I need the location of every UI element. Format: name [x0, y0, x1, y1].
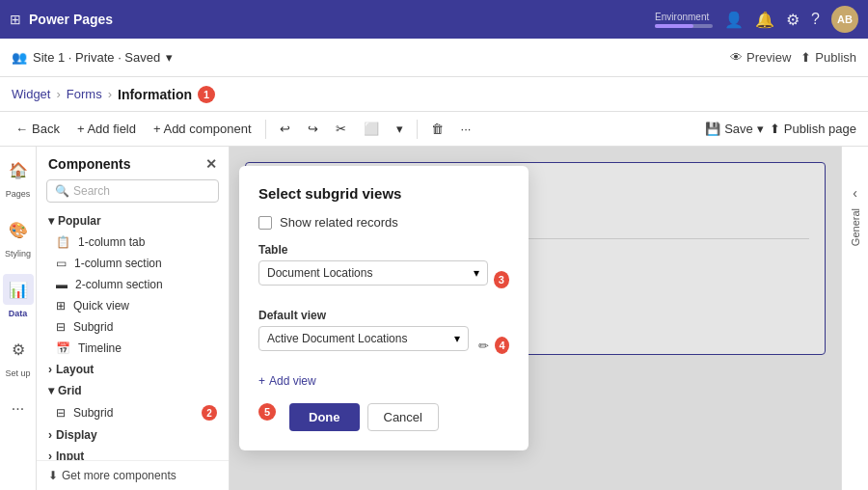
chevron-down-icon[interactable]: ▾	[166, 50, 173, 65]
grid-section-header[interactable]: ▾ Grid	[37, 380, 229, 401]
chevron-down-default-view: ▾	[454, 332, 460, 345]
item-label: Subgrid	[73, 320, 113, 334]
chevron-down-grid: ▾	[48, 384, 54, 397]
cut-button[interactable]: ✂	[332, 120, 350, 138]
environment-info: Environment	[655, 12, 713, 28]
list-item[interactable]: 📋 1-column tab	[37, 231, 229, 253]
add-view-button[interactable]: + Add view	[258, 374, 509, 388]
components-panel: Components ✕ 🔍 Search ▾ Popular 📋 1-colu…	[37, 147, 230, 490]
list-item[interactable]: ▭ 1-column section	[37, 253, 229, 274]
section-1col-icon: ▭	[56, 257, 67, 270]
main-layout: 🏠 Pages 🎨 Styling 📊 Data ⚙ Set up ··· Co…	[0, 147, 868, 490]
breadcrumb-widget[interactable]: Widget	[12, 87, 50, 101]
table-row-container: Document Locations ▾ 3	[258, 260, 509, 299]
popular-section-header[interactable]: ▾ Popular	[37, 210, 229, 231]
publish-page-button[interactable]: ⬆ Publish page	[770, 122, 856, 136]
input-label: Input	[56, 449, 84, 460]
add-component-label: + Add component	[153, 122, 252, 136]
copy-button[interactable]: ⬜	[360, 120, 383, 138]
preview-label: Preview	[746, 50, 791, 65]
input-section-header[interactable]: › Input	[37, 446, 229, 460]
sidebar-data-icon[interactable]: 📊	[3, 274, 34, 305]
done-button[interactable]: Done	[289, 403, 360, 431]
delete-button[interactable]: 🗑	[427, 120, 448, 138]
save-label: Save	[724, 122, 753, 136]
show-related-checkbox[interactable]	[258, 216, 272, 230]
avatar[interactable]: AB	[831, 6, 858, 33]
item-label: 1-column tab	[78, 235, 145, 249]
notification-icon[interactable]: 🔔	[755, 11, 774, 29]
chevron-down-toolbar[interactable]: ▾	[393, 120, 407, 138]
default-view-select[interactable]: Active Document Locations ▾	[258, 326, 469, 351]
publish-button[interactable]: ⬆ Publish	[800, 50, 856, 65]
list-item[interactable]: ⊞ Quick view	[37, 295, 229, 316]
toolbar-divider-2	[417, 120, 418, 139]
download-icon: ⬇	[48, 469, 58, 482]
preview-button[interactable]: 👁 Preview	[730, 50, 791, 65]
display-label: Display	[56, 428, 97, 442]
panel-content: ▾ Popular 📋 1-column tab ▭ 1-column sect…	[37, 210, 229, 460]
person-icon[interactable]: 👤	[724, 11, 744, 29]
panel-close-icon[interactable]: ✕	[205, 156, 217, 172]
add-field-button[interactable]: + Add field	[73, 120, 140, 138]
get-more-components-button[interactable]: ⬇ Get more components	[37, 460, 229, 490]
list-item[interactable]: ⊟ Subgrid 2	[37, 401, 229, 424]
display-section-header[interactable]: › Display	[37, 424, 229, 446]
modal-footer: 5 Done Cancel	[258, 403, 509, 431]
back-label: Back	[32, 122, 60, 136]
breadcrumb-current: Information	[118, 87, 192, 102]
settings-icon[interactable]: ⚙	[786, 11, 800, 29]
popular-label: Popular	[58, 214, 101, 228]
toolbar-divider-1	[265, 120, 266, 139]
delete-icon: 🗑	[431, 122, 444, 136]
grid-badge: 2	[202, 405, 217, 421]
app-title: Power Pages	[29, 12, 655, 27]
edit-icon[interactable]: ✏	[478, 339, 489, 353]
save-button[interactable]: 💾 Save ▾	[705, 122, 764, 136]
right-panel: ‹ General	[841, 147, 868, 490]
publish-icon: ⬆	[770, 122, 780, 136]
publish-label: Publish	[815, 50, 856, 65]
back-button[interactable]: ← Back	[12, 120, 64, 138]
site-info: Site 1 · Private · Saved	[33, 50, 160, 65]
list-item[interactable]: ⊟ Subgrid	[37, 316, 229, 338]
layout-section-header[interactable]: › Layout	[37, 359, 229, 380]
add-field-label: + Add field	[77, 122, 136, 136]
default-view-label: Default view	[258, 309, 509, 322]
undo-icon: ↩	[280, 122, 290, 136]
person-site-icon: 👥	[12, 50, 27, 65]
save-chevron[interactable]: ▾	[757, 122, 764, 136]
copy-icon: ⬜	[364, 122, 379, 136]
modal-title: Select subgrid views	[258, 185, 509, 202]
undo-button[interactable]: ↩	[276, 120, 294, 138]
redo-button[interactable]: ↪	[304, 120, 322, 138]
table-select[interactable]: Document Locations ▾	[258, 260, 488, 286]
cancel-button[interactable]: Cancel	[367, 403, 439, 431]
sidebar-styling-icon[interactable]: 🎨	[3, 214, 34, 245]
app-grid-icon[interactable]: ⊞	[10, 12, 21, 27]
more-button[interactable]: ···	[457, 120, 475, 138]
chevron-right-layout: ›	[48, 363, 52, 376]
modal-badge-5: 5	[258, 403, 276, 421]
sidebar-home-icon[interactable]: 🏠	[3, 154, 34, 185]
breadcrumb-forms[interactable]: Forms	[67, 87, 102, 101]
general-panel-label[interactable]: General	[850, 208, 861, 246]
env-label: Environment	[655, 12, 713, 22]
help-icon[interactable]: ?	[811, 11, 820, 28]
item-label: Subgrid	[73, 406, 113, 420]
list-item[interactable]: 📅 Timeline	[37, 338, 229, 359]
chevron-down-popular: ▾	[48, 214, 54, 228]
chevron-left-icon[interactable]: ‹	[853, 185, 857, 201]
sidebar-more-icon[interactable]: ···	[3, 394, 34, 424]
chevron-down-table: ▾	[474, 266, 479, 280]
item-label: Quick view	[73, 299, 129, 313]
search-icon: 🔍	[55, 184, 69, 198]
add-component-button[interactable]: + Add component	[149, 120, 256, 138]
top-bar-right: Environment 👤 🔔 ⚙ ? AB	[655, 6, 858, 33]
publish-page-label: Publish page	[784, 122, 856, 136]
list-item[interactable]: ▬ 2-column section	[37, 274, 229, 295]
item-label: Timeline	[78, 341, 122, 355]
quick-view-icon: ⊞	[56, 299, 66, 313]
sidebar-setup-icon[interactable]: ⚙	[3, 334, 34, 365]
search-input[interactable]: 🔍 Search	[46, 179, 219, 203]
